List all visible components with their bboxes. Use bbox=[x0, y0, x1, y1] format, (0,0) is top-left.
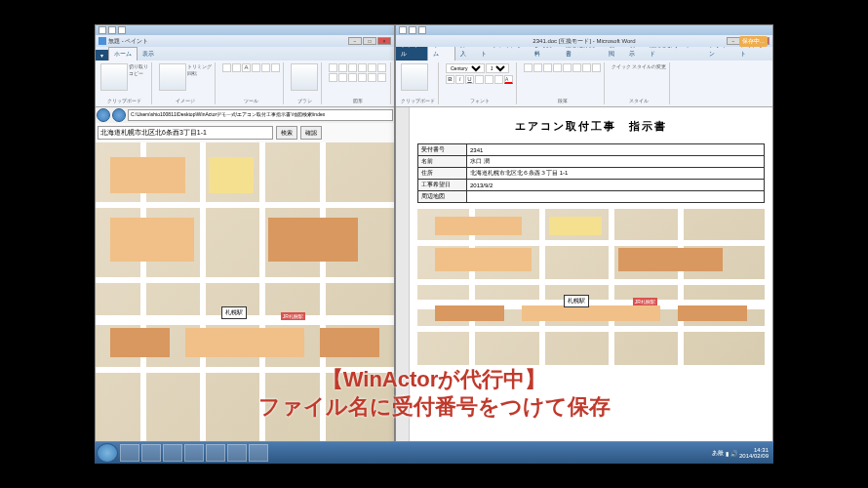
table-row: 受付番号2341 bbox=[418, 144, 765, 156]
jr-station-label: JR札幌駅 bbox=[281, 312, 305, 320]
align-left-icon[interactable] bbox=[563, 63, 572, 72]
table-row: 名前水口 潤 bbox=[418, 156, 765, 168]
doc-table: 受付番号2341 名前水口 潤 住所北海道札幌市北区北６条西３丁目 1-1 工事… bbox=[417, 143, 765, 203]
paint-tab-file[interactable]: ▾ bbox=[96, 50, 108, 61]
paint-app-icon bbox=[99, 37, 106, 45]
table-row: 工事希望日2013/9/2 bbox=[418, 180, 765, 191]
taskbar-excel-icon[interactable] bbox=[227, 444, 247, 462]
zoom-icon[interactable] bbox=[271, 63, 280, 72]
taskbar-ie-icon[interactable] bbox=[120, 444, 139, 462]
sup-icon[interactable] bbox=[494, 75, 503, 84]
copy-button[interactable]: コピー bbox=[129, 70, 148, 76]
eraser-icon[interactable] bbox=[252, 63, 260, 72]
browser-nav: C:\Users\shio100811\Desktop\WinActorデモ一式… bbox=[96, 107, 394, 123]
shape-rect-icon[interactable] bbox=[358, 63, 367, 72]
word-group-style: クイック スタイルの変更 スタイル bbox=[609, 62, 670, 104]
indent-dec-icon[interactable] bbox=[543, 63, 552, 72]
redo-icon[interactable] bbox=[118, 26, 126, 34]
shape-heart-icon[interactable] bbox=[368, 73, 376, 82]
taskbar-explorer-icon[interactable] bbox=[141, 444, 161, 462]
caption-overlay: 【WinActorが代行中】 ファイル名に受付番号をつけて保存 bbox=[258, 366, 611, 422]
doc-map: 札幌駅 JR札幌駅 bbox=[417, 209, 765, 365]
caption-line2: ファイル名に受付番号をつけて保存 bbox=[258, 393, 611, 422]
start-button[interactable] bbox=[97, 443, 118, 463]
align-right-icon[interactable] bbox=[582, 63, 591, 72]
paint-group-shapes: 図形 bbox=[326, 62, 391, 104]
paint-titlebar: 無題 - ペイント − □ × bbox=[96, 35, 394, 47]
align-center-icon[interactable] bbox=[572, 63, 581, 72]
size-select[interactable]: 10.5 bbox=[486, 63, 509, 73]
doc-station-label: 札幌駅 bbox=[564, 295, 589, 307]
system-tray: あ般 ▮ 🔊 14:31 2014/02/09 bbox=[712, 447, 771, 459]
rotate-button[interactable]: 回転 bbox=[187, 70, 212, 76]
taskbar-word-icon[interactable] bbox=[206, 444, 225, 462]
ime-status[interactable]: あ般 bbox=[712, 449, 724, 458]
shape-line-icon[interactable] bbox=[329, 63, 337, 72]
brush-icon[interactable] bbox=[291, 63, 318, 91]
confirm-button[interactable]: 確認 bbox=[300, 126, 322, 140]
word-redo-icon[interactable] bbox=[418, 26, 426, 34]
tray-volume-icon[interactable]: 🔊 bbox=[730, 450, 737, 457]
search-input[interactable] bbox=[98, 126, 273, 140]
tray-network-icon[interactable]: ▮ bbox=[726, 450, 729, 457]
paint-group-clipboard: 切り取り コピー クリップボード bbox=[98, 62, 152, 104]
bold-icon[interactable]: B bbox=[446, 75, 454, 84]
shape-arrow-icon[interactable] bbox=[329, 73, 337, 82]
font-select[interactable]: Century bbox=[446, 63, 485, 73]
select-icon[interactable] bbox=[159, 63, 186, 91]
back-button[interactable] bbox=[97, 108, 110, 122]
forward-button[interactable] bbox=[112, 108, 126, 122]
word-title: 2341.doc [互換モード] - Microsoft Word bbox=[533, 37, 635, 46]
word-ribbon: クリップボード Century 10.5 B I U A フォント bbox=[396, 61, 772, 107]
table-row: 住所北海道札幌市北区北６条西３丁目 1-1 bbox=[418, 168, 765, 180]
text-icon[interactable]: A bbox=[242, 63, 251, 72]
paint-tab-view[interactable]: 表示 bbox=[138, 48, 159, 61]
search-button[interactable]: 検索 bbox=[276, 126, 297, 140]
shape-star-icon[interactable] bbox=[338, 73, 347, 82]
picker-icon[interactable] bbox=[261, 63, 270, 72]
station-label: 札幌駅 bbox=[221, 306, 247, 319]
font-color-icon[interactable]: A bbox=[504, 75, 513, 84]
shape-cloud-icon[interactable] bbox=[377, 73, 386, 82]
doc-title: エアコン取付工事 指示書 bbox=[417, 119, 765, 134]
save-icon[interactable] bbox=[99, 26, 106, 34]
align-justify-icon[interactable] bbox=[592, 63, 601, 72]
shape-hex-icon[interactable] bbox=[348, 73, 357, 82]
strike-icon[interactable] bbox=[475, 75, 484, 84]
paint-tab-home[interactable]: ホーム bbox=[108, 47, 138, 61]
address-field[interactable]: C:\Users\shio100811\Desktop\WinActorデモ一式… bbox=[128, 109, 393, 121]
paint-group-tools: A ツール bbox=[219, 62, 284, 104]
table-row: 周辺地図 bbox=[418, 191, 765, 203]
word-minimize-button[interactable]: − bbox=[727, 37, 740, 45]
shape-callout-icon[interactable] bbox=[358, 73, 367, 82]
taskbar-media-icon[interactable] bbox=[163, 444, 182, 462]
word-save-icon[interactable] bbox=[399, 26, 407, 34]
maximize-button[interactable]: □ bbox=[363, 37, 376, 45]
word-undo-icon[interactable] bbox=[409, 26, 416, 34]
close-button[interactable]: × bbox=[377, 37, 391, 45]
cut-button[interactable]: 切り取り bbox=[129, 63, 148, 69]
shape-oval-icon[interactable] bbox=[348, 63, 357, 72]
clock-date: 2014/02/09 bbox=[739, 453, 769, 459]
shape-curve-icon[interactable] bbox=[338, 63, 347, 72]
sub-icon[interactable] bbox=[485, 75, 493, 84]
paint-group-brush: ブラシ bbox=[288, 62, 322, 104]
minimize-button[interactable]: − bbox=[348, 37, 362, 45]
word-paste-icon[interactable] bbox=[401, 63, 428, 91]
word-qat bbox=[396, 25, 772, 35]
italic-icon[interactable]: I bbox=[455, 75, 464, 84]
pencil-icon[interactable] bbox=[222, 63, 231, 72]
paste-icon[interactable] bbox=[100, 63, 128, 91]
number-icon[interactable] bbox=[533, 63, 542, 72]
trimming-button[interactable]: トリミング bbox=[187, 63, 212, 69]
indent-inc-icon[interactable] bbox=[553, 63, 562, 72]
shape-diamond-icon[interactable] bbox=[377, 63, 386, 72]
shape-tri-icon[interactable] bbox=[368, 63, 376, 72]
taskbar-paint-icon[interactable] bbox=[249, 444, 268, 462]
bullet-icon[interactable] bbox=[524, 63, 533, 72]
taskbar-folder-icon[interactable] bbox=[184, 444, 204, 462]
undo-icon[interactable] bbox=[108, 26, 116, 34]
underline-icon[interactable]: U bbox=[465, 75, 474, 84]
doc-jr-label: JR札幌駅 bbox=[633, 298, 657, 305]
fill-icon[interactable] bbox=[232, 63, 241, 72]
